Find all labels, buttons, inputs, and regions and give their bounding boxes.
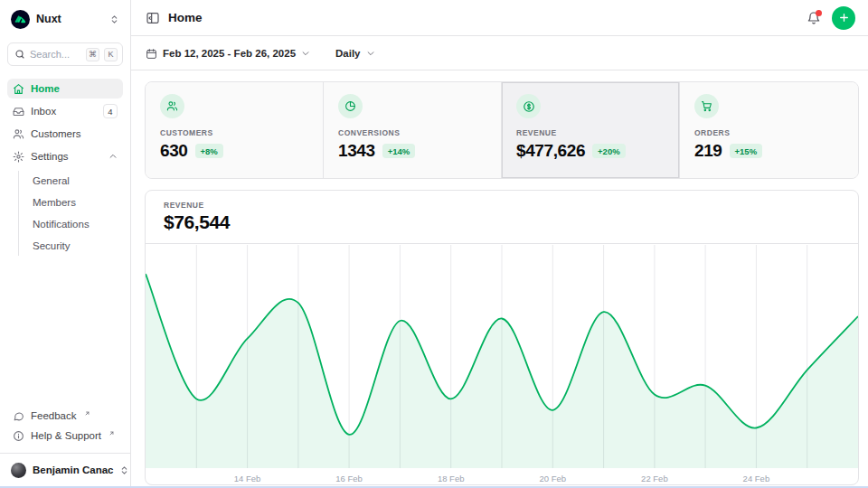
stat-value: 219 <box>694 141 722 161</box>
chevron-down-icon <box>301 49 310 58</box>
chat-bubble-icon <box>13 410 24 422</box>
external-link-icon <box>108 427 115 438</box>
sidebar-collapse-icon[interactable] <box>146 11 160 25</box>
sidebar-nav: Home Inbox 4 Customers Sett <box>7 79 123 256</box>
chart-pie-icon <box>338 94 363 118</box>
search-icon <box>14 49 25 60</box>
notification-dot <box>816 10 822 16</box>
kbd-cmd: ⌘ <box>86 48 99 61</box>
notifications-button[interactable] <box>807 11 821 25</box>
add-button[interactable] <box>832 6 855 30</box>
svg-text:24 Feb: 24 Feb <box>743 474 770 483</box>
stat-delta-badge: +14% <box>382 144 416 158</box>
date-range-value: Feb 12, 2025 - Feb 26, 2025 <box>163 48 296 59</box>
settings-submenu: General Members Notifications Security <box>18 171 123 256</box>
svg-text:18 Feb: 18 Feb <box>438 474 465 483</box>
nuxt-logo-icon <box>11 10 30 29</box>
top-header: Home <box>131 0 868 36</box>
sidebar-subitem-general[interactable]: General <box>29 171 123 191</box>
shopping-cart-icon <box>694 94 719 118</box>
users-icon <box>13 128 24 140</box>
app-window: Nuxt ⌘ K Home <box>0 0 868 488</box>
sidebar-subitem-security[interactable]: Security <box>29 236 123 256</box>
filter-toolbar: Feb 12, 2025 - Feb 26, 2025 Daily <box>131 37 868 70</box>
stat-card-customers[interactable]: CUSTOMERS 630 +8% <box>146 82 324 178</box>
main-area: Home Feb 12, 2025 - Feb 26, 2025 <box>131 0 868 488</box>
search-input[interactable]: ⌘ K <box>7 42 123 66</box>
chart-title: REVENUE <box>164 201 840 210</box>
workspace-switcher[interactable]: Nuxt <box>7 7 123 31</box>
info-circle-icon <box>13 430 24 442</box>
inbox-icon <box>13 106 24 117</box>
revenue-area-chart[interactable]: 14 Feb16 Feb18 Feb20 Feb22 Feb24 Feb <box>146 245 858 485</box>
kbd-k: K <box>104 48 118 61</box>
chevron-up-icon <box>108 152 118 161</box>
sidebar: Nuxt ⌘ K Home <box>0 0 131 488</box>
svg-text:20 Feb: 20 Feb <box>540 474 567 483</box>
stat-label: CONVERSIONS <box>338 128 486 137</box>
sidebar-item-help-support[interactable]: Help & Support <box>7 426 123 446</box>
sidebar-divider <box>0 453 130 454</box>
sidebar-item-label: Help & Support <box>31 430 101 441</box>
stat-label: ORDERS <box>694 128 844 137</box>
sidebar-item-label: Feedback <box>31 410 77 421</box>
gear-icon <box>13 151 24 163</box>
user-menu-button[interactable]: Benjamin Canac <box>7 459 123 481</box>
stat-value: 630 <box>160 141 188 161</box>
stat-delta-badge: +15% <box>730 144 763 158</box>
calendar-icon <box>146 48 157 60</box>
period-select[interactable]: Daily <box>335 48 375 59</box>
stat-label: CUSTOMERS <box>160 128 308 137</box>
stat-card-conversions[interactable]: CONVERSIONS 1343 +14% <box>324 82 502 178</box>
stat-value: 1343 <box>338 141 375 161</box>
sidebar-item-label: Home <box>31 83 60 94</box>
chart-header: REVENUE $76,544 <box>146 191 858 244</box>
svg-text:16 Feb: 16 Feb <box>335 474 363 483</box>
stat-label: REVENUE <box>516 128 665 137</box>
svg-text:14 Feb: 14 Feb <box>234 474 261 483</box>
svg-text:22 Feb: 22 Feb <box>641 474 668 483</box>
revenue-chart-card: REVENUE $76,544 14 Feb16 Feb18 Feb20 Feb… <box>145 190 859 485</box>
chart-current-value: $76,544 <box>164 211 840 233</box>
circle-dollar-icon <box>516 94 541 118</box>
sidebar-item-settings[interactable]: Settings <box>7 146 123 166</box>
sidebar-item-label: Customers <box>31 128 81 139</box>
stat-card-revenue[interactable]: REVENUE $477,626 +20% <box>502 82 680 178</box>
stats-row: CUSTOMERS 630 +8% CONVERSIONS 1343 +14% <box>145 81 859 179</box>
inbox-count-badge: 4 <box>103 104 118 118</box>
stat-delta-badge: +20% <box>592 144 626 158</box>
stat-delta-badge: +8% <box>195 144 223 158</box>
page-title: Home <box>168 11 203 24</box>
chevron-up-down-icon <box>119 465 129 475</box>
stat-card-orders[interactable]: ORDERS 219 +15% <box>680 82 858 178</box>
sidebar-subitem-notifications[interactable]: Notifications <box>29 214 123 234</box>
sidebar-item-feedback[interactable]: Feedback <box>7 406 123 426</box>
period-value: Daily <box>335 48 361 59</box>
plus-icon <box>838 12 850 23</box>
chevron-down-icon <box>366 49 375 58</box>
sidebar-subitem-members[interactable]: Members <box>29 192 123 212</box>
search-field[interactable] <box>30 49 73 60</box>
stat-value: $477,626 <box>516 141 585 161</box>
chevron-up-down-icon <box>109 14 119 24</box>
sidebar-item-home[interactable]: Home <box>7 79 123 99</box>
sidebar-item-label: Inbox <box>31 106 56 117</box>
external-link-icon <box>84 408 90 418</box>
avatar <box>11 463 26 478</box>
sidebar-item-customers[interactable]: Customers <box>7 124 123 144</box>
sidebar-item-inbox[interactable]: Inbox 4 <box>7 101 123 121</box>
workspace-name: Nuxt <box>36 13 103 25</box>
user-name: Benjamin Canac <box>33 465 113 475</box>
home-icon <box>13 83 24 95</box>
users-icon <box>160 94 184 118</box>
sidebar-item-label: Settings <box>31 151 69 162</box>
date-range-picker[interactable]: Feb 12, 2025 - Feb 26, 2025 <box>146 48 310 60</box>
